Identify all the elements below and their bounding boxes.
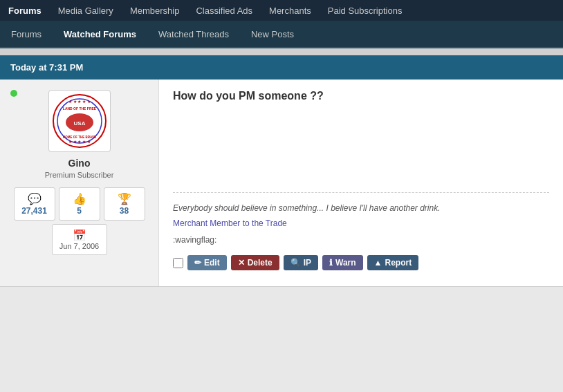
- join-date: Jun 7, 2006: [59, 242, 100, 250]
- secondary-navigation: Forums Watched Forums Watched Threads Ne…: [0, 21, 563, 48]
- trophy-value: 38: [120, 206, 129, 216]
- topnav-membership[interactable]: Membership: [122, 0, 188, 21]
- subnav-watched-forums[interactable]: Watched Forums: [53, 21, 147, 47]
- topnav-media[interactable]: Media Gallery: [50, 0, 122, 21]
- user-stats: 💬 27,431 👍 5 🏆 38: [7, 187, 151, 221]
- post-select-checkbox[interactable]: [173, 258, 183, 268]
- svg-text:★ ★ ★ ★ ★: ★ ★ ★ ★ ★: [68, 100, 91, 104]
- report-button[interactable]: ▲ Report: [367, 255, 419, 270]
- post-body: [173, 113, 549, 182]
- likes-stat: 👍 5: [59, 187, 100, 221]
- avatar: USA ★ ★ ★ ★ ★ ★ ★ ★ ★ ★ LAND OF THE FREE…: [48, 90, 111, 152]
- online-indicator: [10, 90, 17, 97]
- edit-icon: ✏: [194, 258, 201, 268]
- svg-text:HOME OF THE BRAVE: HOME OF THE BRAVE: [63, 136, 96, 139]
- join-date-box: 📅 Jun 7, 2006: [52, 224, 107, 255]
- subnav-forums[interactable]: Forums: [0, 21, 53, 47]
- warn-label: Warn: [335, 258, 356, 268]
- delete-icon: ✕: [238, 258, 245, 268]
- calendar-icon: 📅: [59, 229, 100, 242]
- svg-text:★ ★ ★ ★ ★: ★ ★ ★ ★ ★: [68, 140, 91, 144]
- post-title: How do you PM someone ??: [173, 90, 549, 102]
- post-emoticon: :wavingflag:: [173, 235, 549, 245]
- avatar-image: USA ★ ★ ★ ★ ★ ★ ★ ★ ★ ★ LAND OF THE FREE…: [52, 93, 107, 149]
- warn-button[interactable]: ℹ Warn: [322, 255, 363, 270]
- ip-label: IP: [304, 258, 311, 268]
- user-sidebar: USA ★ ★ ★ ★ ★ ★ ★ ★ ★ ★ LAND OF THE FREE…: [0, 80, 159, 286]
- posts-stat: 💬 27,431: [14, 187, 55, 221]
- subnav-watched-threads[interactable]: Watched Threads: [147, 21, 240, 47]
- delete-button[interactable]: ✕ Delete: [231, 255, 279, 270]
- topnav-classifieds[interactable]: Classified Ads: [187, 0, 261, 21]
- date-header: Today at 7:31 PM: [0, 55, 563, 80]
- spacer: [0, 48, 563, 55]
- subnav-new-posts[interactable]: New Posts: [240, 21, 305, 47]
- posts-value: 27,431: [21, 206, 47, 216]
- trophy-icon: 🏆: [111, 192, 138, 205]
- topnav-merchants[interactable]: Merchants: [261, 0, 320, 21]
- post-merchant: Merchant Member to the Trade: [173, 218, 549, 228]
- post-container: USA ★ ★ ★ ★ ★ ★ ★ ★ ★ ★ LAND OF THE FREE…: [0, 80, 563, 287]
- ip-button[interactable]: 🔍 IP: [284, 255, 318, 270]
- topnav-subscriptions[interactable]: Paid Subscriptions: [320, 0, 411, 21]
- delete-label: Delete: [248, 258, 273, 268]
- post-signature: Everybody should believe in something...…: [173, 203, 549, 213]
- username[interactable]: Gino: [68, 158, 91, 169]
- svg-text:LAND OF THE FREE: LAND OF THE FREE: [62, 106, 96, 111]
- top-navigation: Forums Media Gallery Membership Classifi…: [0, 0, 563, 21]
- post-divider: [173, 192, 549, 193]
- edit-button[interactable]: ✏ Edit: [187, 255, 227, 270]
- likes-value: 5: [77, 206, 82, 216]
- post-content: How do you PM someone ?? Everybody shoul…: [159, 80, 563, 286]
- warn-icon: ℹ: [329, 258, 333, 268]
- topnav-forums[interactable]: Forums: [0, 0, 50, 21]
- svg-text:USA: USA: [73, 120, 85, 127]
- date-header-text: Today at 7:31 PM: [10, 62, 83, 73]
- post-actions: ✏ Edit ✕ Delete 🔍 IP ℹ Warn ▲ Report: [173, 255, 549, 270]
- trophy-stat: 🏆 38: [104, 187, 145, 221]
- likes-icon: 👍: [66, 192, 93, 205]
- edit-label: Edit: [204, 258, 220, 268]
- user-role: Premium Subscriber: [45, 171, 114, 179]
- report-icon: ▲: [374, 258, 382, 268]
- posts-icon: 💬: [21, 192, 48, 205]
- report-label: Report: [385, 258, 412, 268]
- ip-icon: 🔍: [290, 258, 301, 268]
